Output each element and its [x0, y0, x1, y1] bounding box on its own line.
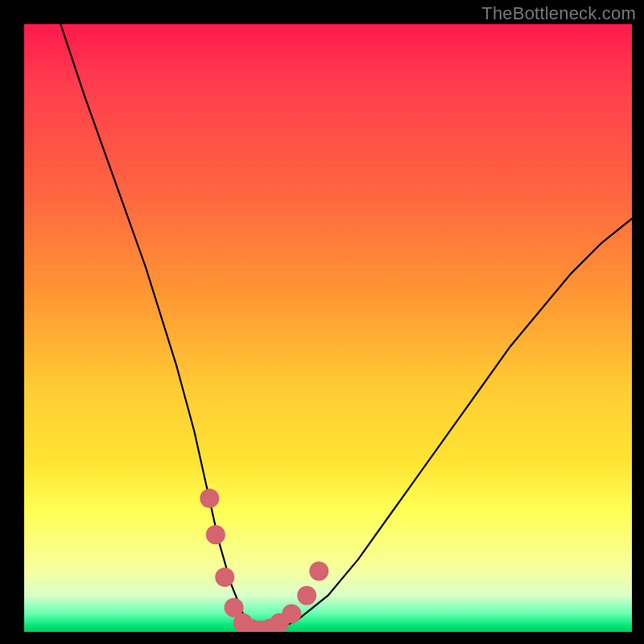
marker-dot — [200, 489, 219, 508]
marker-dot — [215, 568, 234, 587]
watermark-text: TheBottleneck.com — [481, 3, 636, 24]
marker-dot — [309, 562, 328, 581]
marker-dot — [206, 525, 225, 544]
bottleneck-curve — [60, 24, 632, 631]
plot-area — [24, 24, 632, 632]
chart-frame: TheBottleneck.com — [0, 0, 644, 644]
chart-svg — [24, 24, 632, 632]
marker-dot — [297, 586, 316, 605]
marker-dot — [282, 604, 301, 623]
